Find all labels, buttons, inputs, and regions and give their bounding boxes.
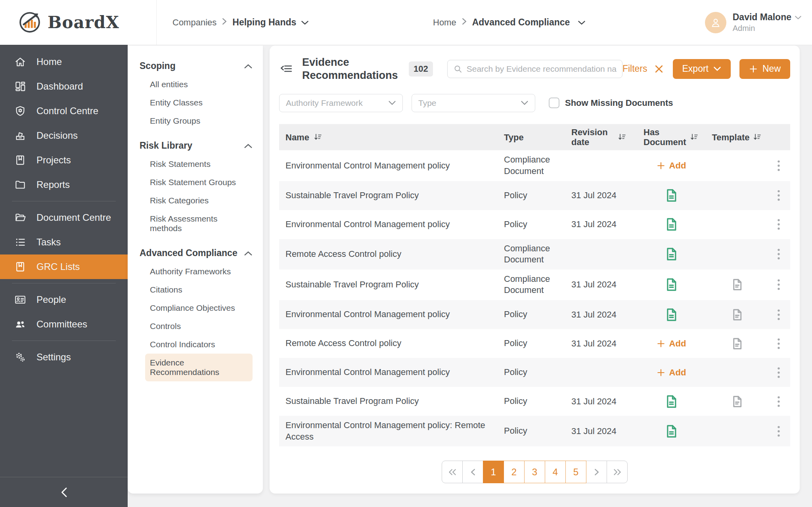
export-button[interactable]: Export bbox=[673, 59, 731, 79]
subnav-header-risk-library[interactable]: Risk Library bbox=[140, 140, 253, 151]
add-document-button[interactable]: Add bbox=[657, 161, 686, 171]
subnav-item-risk-statements[interactable]: Risk Statements bbox=[145, 155, 253, 173]
subnav-item-evidence-recommendations[interactable]: Evidence Recommendations bbox=[145, 354, 253, 381]
checkbox[interactable] bbox=[549, 98, 559, 108]
subnav-header-scoping[interactable]: Scoping bbox=[140, 61, 253, 71]
row-menu-icon[interactable] bbox=[774, 425, 784, 438]
table-row[interactable]: Remote Access Control policy Policy 31 J… bbox=[279, 329, 790, 358]
sidebar-item-dashboard[interactable]: Dashboard bbox=[0, 74, 128, 99]
subnav-item-controls[interactable]: Controls bbox=[145, 317, 253, 335]
has-document-icon[interactable] bbox=[663, 423, 679, 439]
row-menu-icon[interactable] bbox=[774, 159, 784, 172]
collapse-sidebar-icon[interactable] bbox=[59, 486, 68, 498]
table-row[interactable]: Sustainable Travel Program Policy Policy… bbox=[279, 181, 790, 210]
column-header-name[interactable]: Name bbox=[279, 132, 504, 142]
authority-framework-select[interactable]: Authority Framework bbox=[279, 94, 403, 112]
page-number-button[interactable]: 4 bbox=[545, 461, 566, 483]
column-header-template[interactable]: Template bbox=[707, 132, 767, 142]
subnav-item-control-indicators[interactable]: Control Indicators bbox=[145, 335, 253, 354]
sidebar-item-reports[interactable]: Reports bbox=[0, 172, 128, 197]
clear-filters-icon[interactable] bbox=[654, 64, 664, 74]
subnav-item-all-entities[interactable]: All entities bbox=[145, 75, 253, 94]
search-input[interactable] bbox=[467, 64, 617, 74]
page-number-button[interactable]: 3 bbox=[524, 461, 545, 483]
table-row[interactable]: Remote Access Control policy Compliance … bbox=[279, 239, 790, 270]
chevron-down-icon[interactable] bbox=[301, 17, 309, 28]
row-menu-icon[interactable] bbox=[774, 395, 784, 408]
table-row[interactable]: Environmental Control Management policy … bbox=[279, 358, 790, 387]
page-number-button[interactable]: 1 bbox=[483, 461, 504, 483]
row-menu-icon[interactable] bbox=[774, 189, 784, 202]
last-page-button[interactable] bbox=[607, 461, 628, 483]
column-header-revision-date[interactable]: Revision date bbox=[571, 127, 636, 147]
subnav-item-compliance-objectives[interactable]: Compliance Objectives bbox=[145, 299, 253, 317]
breadcrumb-companies-link[interactable]: Companies bbox=[172, 17, 216, 28]
show-missing-documents-toggle[interactable]: Show Missing Documents bbox=[549, 98, 673, 108]
sidebar-item-settings[interactable]: Settings bbox=[0, 345, 128, 369]
sidebar-item-projects[interactable]: Projects bbox=[0, 148, 128, 172]
page-number-button[interactable]: 2 bbox=[504, 461, 525, 483]
sidebar-item-control-centre[interactable]: Control Centre bbox=[0, 99, 128, 123]
has-document-icon[interactable] bbox=[663, 394, 679, 409]
collapse-panel-icon[interactable] bbox=[279, 62, 293, 76]
page-selector[interactable]: Advanced Compliance bbox=[472, 17, 570, 28]
row-menu-icon[interactable] bbox=[774, 308, 784, 321]
first-page-button[interactable] bbox=[442, 461, 463, 483]
table-row[interactable]: Sustainable Travel Program Policy Compli… bbox=[279, 270, 790, 300]
row-menu-icon[interactable] bbox=[774, 218, 784, 231]
has-document-icon[interactable] bbox=[663, 246, 679, 262]
subnav-item-risk-assessments-methods[interactable]: Risk Assessments methods bbox=[145, 210, 253, 237]
table-row[interactable]: Environmental Control Management policy … bbox=[279, 150, 790, 181]
table-row[interactable]: Sustainable Travel Program Policy Policy… bbox=[279, 387, 790, 416]
type-select[interactable]: Type bbox=[412, 94, 535, 112]
has-document-icon[interactable] bbox=[663, 307, 679, 323]
list-header: Evidence Recommendations 102 Filters Exp… bbox=[279, 56, 790, 82]
column-header-has-document[interactable]: Has Document bbox=[636, 127, 707, 147]
subnav-item-citations[interactable]: Citations bbox=[145, 281, 253, 299]
has-document-icon[interactable] bbox=[663, 187, 679, 203]
subnav-item-entity-classes[interactable]: Entity Classes bbox=[145, 94, 253, 112]
sidebar-item-tasks[interactable]: Tasks bbox=[0, 230, 128, 254]
row-name: Remote Access Control policy bbox=[285, 249, 409, 260]
sidebar-item-decisions[interactable]: Decisions bbox=[0, 123, 128, 148]
breadcrumb-home-link[interactable]: Home bbox=[433, 17, 456, 28]
subnav-item-entity-groups[interactable]: Entity Groups bbox=[145, 112, 253, 130]
subnav-item-risk-categories[interactable]: Risk Categories bbox=[145, 191, 253, 210]
row-menu-icon[interactable] bbox=[774, 278, 784, 291]
sidebar-item-committees[interactable]: Committees bbox=[0, 312, 128, 337]
has-document-icon[interactable] bbox=[663, 216, 679, 232]
row-revision-date: 31 Jul 2024 bbox=[571, 396, 617, 407]
subnav-header-advanced-compliance[interactable]: Advanced Compliance bbox=[140, 248, 253, 258]
template-icon[interactable] bbox=[730, 308, 744, 322]
previous-page-button[interactable] bbox=[462, 461, 483, 483]
add-document-button[interactable]: Add bbox=[657, 367, 686, 378]
sidebar-item-home[interactable]: Home bbox=[0, 50, 128, 74]
sidebar-item-grc-lists[interactable]: GRC Lists bbox=[0, 254, 128, 279]
subnav-item-risk-statement-groups[interactable]: Risk Statement Groups bbox=[145, 173, 253, 191]
row-menu-icon[interactable] bbox=[774, 337, 784, 350]
page-number-button[interactable]: 5 bbox=[565, 461, 586, 483]
row-menu-icon[interactable] bbox=[774, 248, 784, 260]
template-icon[interactable] bbox=[730, 394, 744, 409]
has-document-icon[interactable] bbox=[663, 277, 679, 293]
template-icon[interactable] bbox=[730, 337, 744, 351]
sidebar-item-label: Dashboard bbox=[36, 81, 83, 92]
sidebar-item-people[interactable]: People bbox=[0, 287, 128, 312]
sidebar-item-document-centre[interactable]: Document Centre bbox=[0, 205, 128, 230]
next-page-button[interactable] bbox=[586, 461, 607, 483]
add-document-button[interactable]: Add bbox=[657, 339, 686, 349]
chevron-down-icon[interactable] bbox=[578, 17, 586, 28]
template-icon[interactable] bbox=[730, 277, 744, 292]
page-title: Evidence Recommendations bbox=[302, 56, 407, 82]
subnav-item-authority-frameworks[interactable]: Authority Frameworks bbox=[145, 262, 253, 281]
brand-logo[interactable]: BoardX bbox=[0, 0, 157, 45]
table-row[interactable]: Environmental Control Management policy … bbox=[279, 210, 790, 239]
row-menu-icon[interactable] bbox=[774, 366, 784, 379]
table-row[interactable]: Environmental Control Management policy:… bbox=[279, 416, 790, 446]
column-header-type[interactable]: Type bbox=[504, 132, 571, 142]
user-menu[interactable]: David Malone Admin bbox=[705, 12, 802, 33]
filters-label[interactable]: Filters bbox=[622, 63, 647, 74]
new-button[interactable]: New bbox=[739, 59, 790, 79]
table-row[interactable]: Environmental Control Management policy … bbox=[279, 300, 790, 329]
company-selector[interactable]: Helping Hands bbox=[232, 17, 296, 28]
